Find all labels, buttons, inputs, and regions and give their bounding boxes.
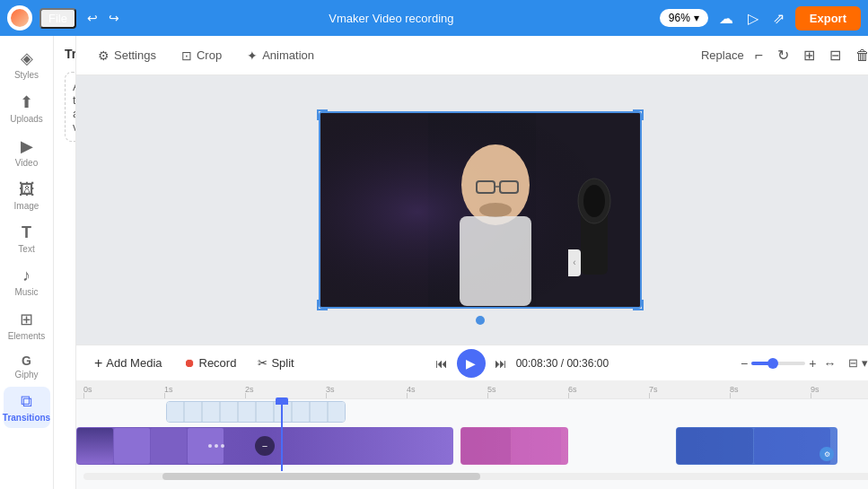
frame-corner-tr[interactable]	[633, 109, 644, 120]
tab-settings[interactable]: ⚙ Settings	[87, 43, 167, 68]
ruler-mark-1s: 1s	[164, 385, 173, 394]
styles-icon: ◈	[21, 48, 33, 68]
video-segment-blue[interactable]: ⚙	[676, 427, 837, 465]
sidebar-item-text[interactable]: T Text	[4, 218, 50, 259]
panel-collapse-handle[interactable]: ‹	[568, 249, 581, 276]
skip-forward-button[interactable]: ⏭	[493, 354, 509, 372]
sidebar-item-uploads[interactable]: ⬆ Uploads	[4, 87, 50, 129]
settings-tab-icon: ⚙	[98, 48, 110, 63]
timeline-controls: + Add Media ⏺ Record ✂ Split ⏮ ▶	[76, 345, 868, 381]
elements-icon: ⊞	[20, 310, 33, 329]
zoom-slider[interactable]	[751, 362, 805, 365]
sidebar-item-music[interactable]: ♪ Music	[4, 261, 50, 302]
video-icon: ▶	[21, 136, 33, 156]
topbar-right-actions: ☁ ▷ ⇗ Export	[715, 6, 861, 31]
sidebar-item-image[interactable]: 🖼 Image	[4, 175, 50, 216]
ruler-mark-3s: 3s	[326, 385, 335, 394]
app-logo	[7, 5, 32, 31]
zoom-controls: − +	[741, 356, 816, 371]
record-button[interactable]: ⏺ Record	[177, 353, 244, 373]
ruler-mark-2s: 2s	[245, 385, 254, 394]
document-track	[166, 401, 346, 423]
timeline-scrollbar[interactable]	[83, 473, 868, 480]
segment-delete-badge[interactable]: −	[255, 436, 275, 456]
crop-tab-icon: ⊡	[181, 48, 192, 63]
sidebar-item-transitions[interactable]: ⧉ Transitions	[4, 387, 50, 428]
apply-all-button[interactable]: Apply to all videos	[65, 72, 76, 142]
timeline-scroll-thumb[interactable]	[162, 473, 480, 480]
ruler-mark-4s: 4s	[407, 385, 416, 394]
panels-container: Transitions Apply to all videos	[54, 36, 868, 489]
ruler-mark-5s: 5s	[487, 385, 496, 394]
tracks-area: −	[76, 399, 868, 471]
right-panel: ⚙ Settings ⊡ Crop ✦ Animation Replace ⌐ …	[76, 36, 868, 489]
export-button[interactable]: Export	[795, 6, 861, 31]
play-button[interactable]: ▶	[457, 349, 486, 378]
uploads-icon: ⬆	[20, 92, 33, 112]
corner-radius-button[interactable]: ⌐	[751, 44, 767, 67]
frame-corner-br[interactable]	[633, 300, 644, 310]
toolbar-right: Replace ⌐ ↻ ⊞ ⊟ 🗑	[701, 43, 868, 67]
sidebar-item-giphy[interactable]: G Giphy	[4, 348, 50, 385]
ruler-mark-8s: 8s	[730, 385, 739, 394]
frame-corner-bl[interactable]	[317, 300, 328, 310]
transitions-icon: ⧉	[21, 392, 32, 411]
canvas-area	[76, 75, 868, 345]
delete-button[interactable]: 🗑	[852, 44, 868, 67]
sidebar-item-video[interactable]: ▶ Video	[4, 131, 50, 173]
editor-toolbar: ⚙ Settings ⊡ Crop ✦ Animation Replace ⌐ …	[76, 36, 868, 75]
topbar: File ↩ ↪ Vmaker Video recording 96% ▾ ☁ …	[0, 0, 868, 36]
document-title: Vmaker Video recording	[130, 12, 653, 25]
timeline-ruler: 0s 1s 2s 3s 4s 5s 6s 7s	[76, 381, 868, 399]
zoom-out-button[interactable]: −	[741, 356, 748, 371]
video-frame	[319, 111, 642, 309]
left-sidebar: ◈ Styles ⬆ Uploads ▶ Video 🖼 Image T Tex…	[0, 36, 54, 489]
cloud-save-button[interactable]: ☁	[715, 6, 737, 31]
add-media-button[interactable]: + Add Media	[87, 352, 170, 375]
redo-button[interactable]: ↪	[105, 7, 123, 29]
svg-point-78	[583, 185, 605, 217]
music-icon: ♪	[22, 266, 31, 285]
time-display: 00:08:30 / 00:36:00	[516, 357, 609, 370]
view-options-button[interactable]: ⊟ ▾	[843, 354, 868, 371]
undo-button[interactable]: ↩	[83, 7, 101, 29]
fit-width-button[interactable]: ↔	[823, 356, 836, 371]
playback-controls: ⏮ ▶ ⏭	[434, 349, 509, 378]
tab-animation[interactable]: ✦ Animation	[236, 43, 325, 68]
transitions-panel: Transitions Apply to all videos	[54, 36, 76, 489]
grid-button[interactable]: ⊞	[800, 43, 819, 67]
zoom-in-button[interactable]: +	[809, 356, 816, 371]
file-menu[interactable]: File	[39, 8, 76, 29]
text-icon: T	[22, 223, 31, 242]
frame-corner-tl[interactable]	[317, 109, 328, 120]
sidebar-item-styles[interactable]: ◈ Styles	[4, 43, 50, 85]
rotate-handle[interactable]	[476, 316, 485, 325]
preview-button[interactable]: ▷	[744, 6, 762, 31]
rotate-button[interactable]: ↻	[774, 43, 793, 67]
share-button[interactable]: ⇗	[769, 6, 788, 31]
ruler-mark-6s: 6s	[568, 385, 577, 394]
svg-point-75	[479, 203, 512, 217]
tab-crop[interactable]: ⊡ Crop	[171, 43, 232, 68]
ruler-mark-0s: 0s	[83, 385, 92, 394]
ruler-mark-9s: 9s	[811, 385, 820, 394]
bottom-area: + Add Media ⏺ Record ✂ Split ⏮ ▶	[76, 345, 868, 489]
giphy-icon: G	[22, 354, 31, 368]
align-button[interactable]: ⊟	[826, 43, 845, 67]
zoom-level-button[interactable]: 96% ▾	[660, 9, 708, 27]
skip-back-button[interactable]: ⏮	[434, 354, 450, 372]
video-segment-pink[interactable]	[460, 427, 568, 465]
replace-label: Replace	[701, 48, 744, 62]
svg-rect-71	[460, 216, 531, 306]
sidebar-item-elements[interactable]: ⊞ Elements	[4, 304, 50, 346]
animation-tab-icon: ✦	[247, 48, 258, 63]
timeline: 0s 1s 2s 3s 4s 5s 6s 7s	[76, 381, 868, 489]
main-video-track: −	[76, 426, 837, 466]
playhead	[281, 399, 283, 471]
split-button[interactable]: ✂ Split	[250, 353, 301, 373]
video-frame-container	[319, 111, 642, 309]
undo-redo-group: ↩ ↪	[83, 7, 123, 29]
video-segment-main[interactable]: −	[76, 427, 453, 465]
playhead-head	[276, 397, 288, 405]
segment-settings-badge: ⚙	[820, 447, 834, 461]
